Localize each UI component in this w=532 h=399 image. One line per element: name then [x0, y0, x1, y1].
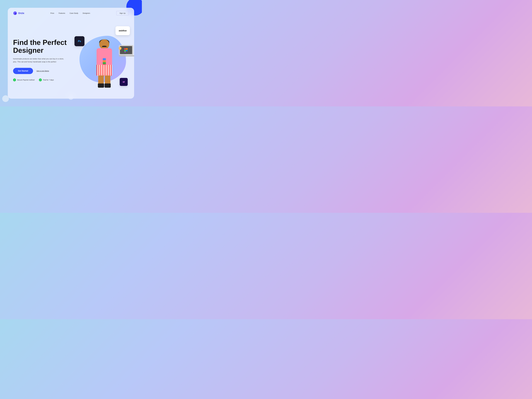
svg-point-2	[15, 13, 16, 14]
char-boot-right	[105, 83, 111, 88]
char-leg-left	[98, 76, 104, 84]
nav-link-case-study[interactable]: Case Study	[70, 12, 78, 14]
get-started-button[interactable]: Get Started	[13, 68, 33, 74]
navbar: Orzix Price Features Case Study Designer…	[8, 8, 134, 19]
character-figure	[89, 39, 120, 97]
hero-title-line2: Designer	[13, 46, 44, 54]
char-shorts	[96, 65, 112, 76]
indesign-icon: Id	[123, 81, 125, 83]
tool-card-indesign: Id	[120, 78, 128, 86]
photoshop-icon: Ps	[78, 40, 81, 43]
badge-secure-text: Secure Paymet method	[17, 79, 34, 81]
svg-rect-5	[124, 50, 126, 51]
logo-area: Orzix	[13, 11, 24, 15]
hero-subtitle: homemade products are better than what y…	[13, 57, 64, 63]
check-icon-trial: ✓	[39, 78, 42, 81]
check-icon-secure: ✓	[13, 78, 16, 81]
logo-text: Orzix	[18, 12, 24, 15]
char-head	[99, 39, 109, 49]
nav-link-designers[interactable]: Designers	[83, 12, 90, 14]
hero-title-line1: Find the Perfect	[13, 38, 67, 46]
trust-badges: ✓ Secure Paymet method ✓ Trial for 7 day…	[13, 78, 77, 81]
svg-rect-7	[124, 52, 126, 52]
char-boot-left	[98, 83, 104, 88]
char-body	[96, 48, 112, 66]
nav-link-features[interactable]: Features	[59, 12, 65, 14]
hero-illustration: Ps webflow	[77, 21, 129, 99]
webflow-label: webflow	[119, 30, 127, 32]
svg-rect-3	[124, 48, 126, 50]
main-card: Orzix Price Features Case Study Designer…	[8, 8, 134, 99]
cta-area: Get Started Get a Live Demo	[13, 68, 77, 74]
badge-secure-payment: ✓ Secure Paymet method	[13, 78, 34, 81]
svg-rect-4	[126, 48, 128, 50]
hero-content: Find the Perfect Designer homemade produ…	[13, 38, 77, 81]
hero-title: Find the Perfect Designer	[13, 38, 77, 54]
tool-card-webflow: webflow	[115, 26, 130, 35]
hero-section: Find the Perfect Designer homemade produ…	[8, 19, 134, 99]
badge-trial-text: Trial for 7 days	[43, 79, 54, 81]
logo-icon	[13, 11, 17, 15]
badge-trial: ✓ Trial for 7 days	[39, 78, 54, 81]
svg-point-6	[126, 50, 127, 51]
nav-link-price[interactable]: Price	[51, 12, 54, 14]
live-demo-link[interactable]: Get a Live Demo	[37, 70, 49, 72]
char-leg-right	[105, 76, 110, 84]
tool-card-photoshop: Ps	[75, 36, 84, 46]
gem-icon	[118, 46, 122, 51]
signup-button[interactable]: Sign Up	[116, 11, 129, 15]
nav-links: Price Features Case Study Designers	[51, 12, 90, 14]
